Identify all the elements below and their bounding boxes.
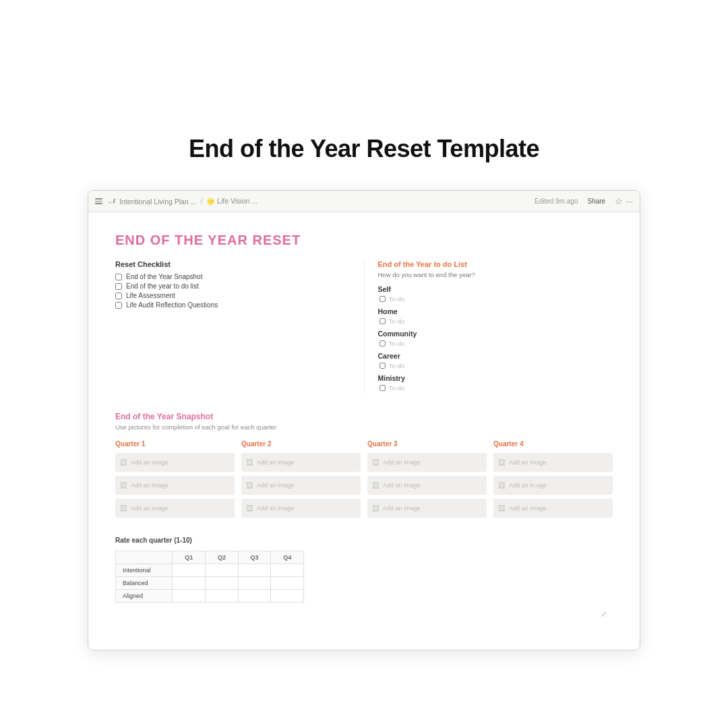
notion-window: 𝒩 Intentional Living Plan ... / 🌟 Life V… xyxy=(88,190,640,650)
image-icon-q2-3: 🖼 xyxy=(246,504,253,512)
rating-cell-intentional-q3[interactable] xyxy=(238,564,271,577)
q3-image-3-label: Add an image xyxy=(383,505,421,512)
rating-col-label xyxy=(116,551,173,564)
checklist-label-4: Life Audit Reflection Questions xyxy=(126,301,218,309)
edited-time-text: Edited 9m ago xyxy=(535,198,578,205)
checklist-item-3: Life Assessment xyxy=(115,292,351,299)
checklist-checkbox-3[interactable] xyxy=(115,293,122,299)
todo-label-career: To-do xyxy=(389,362,405,369)
image-icon-q1-2: 🖼 xyxy=(120,481,127,489)
page-title: End of the Year Reset Template xyxy=(189,135,539,163)
q2-image-1-label: Add an image xyxy=(257,459,295,466)
rating-cell-balanced-q2[interactable] xyxy=(206,577,239,590)
snapshot-title: End of the Year Snapshot xyxy=(115,412,613,421)
todo-checkbox-self[interactable] xyxy=(380,296,386,302)
q2-image-3[interactable]: 🖼 Add an image xyxy=(241,499,361,518)
checklist-item-2: End of the year to do list xyxy=(115,282,351,290)
topbar-right: Edited 9m ago Share ☆ ··· xyxy=(535,196,633,206)
q2-image-1[interactable]: 🖼 Add an image xyxy=(241,453,361,472)
rating-cell-balanced-q1[interactable] xyxy=(173,577,206,590)
more-icon[interactable]: ··· xyxy=(626,196,633,206)
todo-category-ministry: Ministry xyxy=(378,374,613,382)
todo-category-home: Home xyxy=(378,307,613,315)
checklist-item-4: Life Audit Reflection Questions xyxy=(115,301,351,309)
todo-label-ministry: To-do xyxy=(389,384,405,392)
todo-checkbox-home[interactable] xyxy=(380,318,386,324)
q4-image-3-label: Add an image xyxy=(509,505,547,512)
share-button[interactable]: Share xyxy=(583,196,609,206)
todo-label-home: To-do xyxy=(389,317,405,325)
q2-image-2[interactable]: 🖼 Add an image xyxy=(241,476,361,495)
rating-col-q3: Q3 xyxy=(238,551,271,564)
rating-row-intentional: Intentional xyxy=(116,564,304,577)
q1-image-1-label: Add an image xyxy=(131,459,169,466)
quarter-4-label: Quarter 4 xyxy=(493,440,613,448)
rating-cell-balanced-q3[interactable] xyxy=(238,577,271,590)
checklist-label-2: End of the year to do list xyxy=(126,282,199,290)
todo-item-self: To-do xyxy=(380,295,613,303)
breadcrumb-2[interactable]: 🌟 Life Vision ... xyxy=(206,197,257,206)
q3-image-3[interactable]: 🖼 Add an image xyxy=(367,499,487,518)
star-icon[interactable]: ☆ xyxy=(615,196,623,206)
quarter-3-col: Quarter 3 🖼 Add an image 🖼 Add an image … xyxy=(367,440,487,518)
todo-item-home: To-do xyxy=(380,317,613,325)
snapshot-subtitle: Use pictures for completion of each goal… xyxy=(115,423,613,431)
q1-image-1[interactable]: 🖼 Add an image xyxy=(115,453,235,472)
rating-cell-aligned-q3[interactable] xyxy=(238,590,271,603)
rating-cell-aligned-q2[interactable] xyxy=(206,590,239,603)
notion-body: END OF THE YEAR RESET Reset Checklist En… xyxy=(88,212,640,650)
todo-category-self: Self xyxy=(378,285,613,293)
topbar-action-icons: ☆ ··· xyxy=(615,196,633,206)
q1-image-3-label: Add an image xyxy=(131,505,169,512)
hamburger-icon[interactable] xyxy=(95,198,102,204)
q1-image-2[interactable]: 🖼 Add an image xyxy=(115,476,235,495)
image-icon-q2-2: 🖼 xyxy=(246,481,253,489)
quarters-grid: Quarter 1 🖼 Add an image 🖼 Add an image … xyxy=(115,440,613,518)
todo-section-title: End of the Year to do List xyxy=(378,260,613,268)
q3-image-1-label: Add an image xyxy=(383,459,421,466)
checklist-label-1: End of the Year Snapshot xyxy=(126,273,202,280)
checklist-checkbox-1[interactable] xyxy=(115,274,122,280)
checklist-checkbox-2[interactable] xyxy=(115,283,122,290)
checklist-label-3: Life Assessment xyxy=(126,292,175,299)
q3-image-2[interactable]: 🖼 Add an image xyxy=(367,476,487,495)
rating-cell-intentional-q1[interactable] xyxy=(173,564,206,577)
image-icon-q1-1: 🖼 xyxy=(120,458,127,466)
rating-col-q4: Q4 xyxy=(271,551,304,564)
q1-image-3[interactable]: 🖼 Add an image xyxy=(115,499,235,518)
rating-cell-intentional-q4[interactable] xyxy=(271,564,304,577)
todo-checkbox-career[interactable] xyxy=(380,363,386,369)
todo-subtitle: How do you want to end the year? xyxy=(378,271,613,278)
rating-cell-balanced-q4[interactable] xyxy=(271,577,304,590)
reset-checklist-title: Reset Checklist xyxy=(115,260,351,268)
rating-title: Rate each quarter (1-10) xyxy=(115,537,613,544)
todo-label-self: To-do xyxy=(389,295,405,303)
rating-cell-intentional-q2[interactable] xyxy=(206,564,239,577)
quarter-2-col: Quarter 2 🖼 Add an image 🖼 Add an image … xyxy=(241,440,361,518)
rating-section: Rate each quarter (1-10) Q1 Q2 Q3 Q4 Int… xyxy=(115,537,613,603)
rating-cell-aligned-q4[interactable] xyxy=(271,590,304,603)
q4-image-1[interactable]: 🖼 Add an image xyxy=(493,453,613,472)
todo-checkbox-community[interactable] xyxy=(380,340,386,346)
todo-label-community: To-do xyxy=(389,340,405,347)
image-icon-q3-3: 🖼 xyxy=(372,504,380,512)
quarter-4-col: Quarter 4 🖼 Add an image 🖼 Add an in·age… xyxy=(493,440,613,518)
q4-image-2[interactable]: 🖼 Add an in·age xyxy=(493,476,613,495)
right-column: End of the Year to do List How do you wa… xyxy=(364,260,613,393)
todo-category-career: Career xyxy=(378,352,613,360)
q4-image-3[interactable]: 🖼 Add an image xyxy=(493,499,613,518)
checklist-checkbox-4[interactable] xyxy=(115,302,122,309)
quarter-1-col: Quarter 1 🖼 Add an image 🖼 Add an image … xyxy=(115,440,235,518)
todo-item-ministry: To-do xyxy=(380,384,613,392)
todo-category-community: Community xyxy=(378,330,613,338)
rating-cell-aligned-q1[interactable] xyxy=(173,590,206,603)
rating-row-aligned: Aligned xyxy=(116,590,304,603)
q3-image-1[interactable]: 🖼 Add an image xyxy=(367,453,487,472)
main-heading: END OF THE YEAR RESET xyxy=(115,233,613,248)
breadcrumb-1[interactable]: Intentional Living Plan ... xyxy=(119,198,196,206)
quarter-3-label: Quarter 3 xyxy=(367,440,487,448)
expand-icon[interactable]: ⤢ xyxy=(601,609,607,619)
rating-row-label-intentional: Intentional xyxy=(116,564,173,577)
q2-image-3-label: Add an image xyxy=(257,505,295,512)
todo-checkbox-ministry[interactable] xyxy=(380,385,386,391)
